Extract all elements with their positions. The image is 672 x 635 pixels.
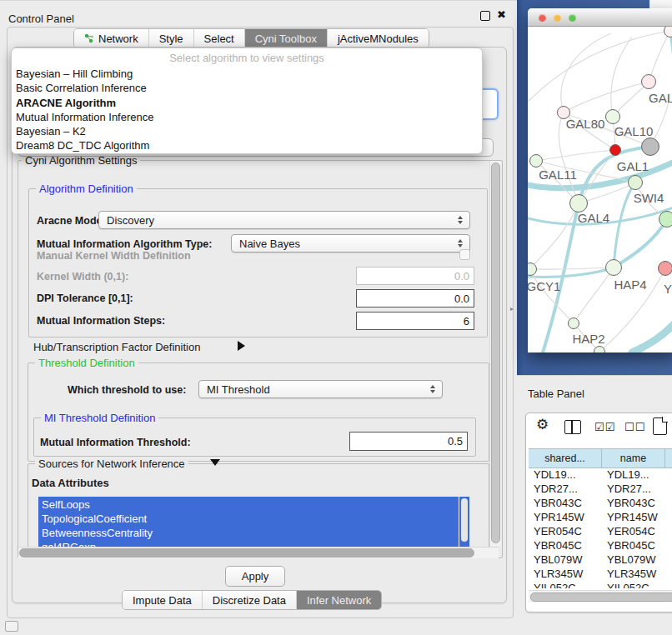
algorithm-list-item[interactable]: Mutual Information Inference	[12, 110, 482, 124]
network-node[interactable]	[641, 138, 659, 156]
kernel-width-field[interactable]: 0.0	[356, 267, 474, 285]
spinner-arrows-icon	[454, 216, 466, 224]
table-row[interactable]: YBR045C YBR045C 9.	[529, 539, 672, 553]
table-row[interactable]: YDR27... YDR27... 12	[529, 482, 672, 497]
apply-button[interactable]: Apply	[225, 566, 285, 587]
mi-threshold-definition-title: MI Threshold Definition	[41, 412, 158, 424]
mi-threshold-label: Mutual Information Threshold:	[40, 437, 191, 448]
network-node[interactable]	[659, 211, 672, 228]
settings-vertical-scrollbar[interactable]	[489, 161, 501, 546]
dpi-tolerance-field[interactable]: 0.0	[356, 289, 474, 308]
close-panel-icon[interactable]: ✖	[497, 8, 506, 21]
tab-cyni-toolbox[interactable]: Cyni Toolbox	[245, 29, 328, 48]
which-threshold-label: Which threshold to use:	[68, 384, 186, 396]
control-panel-tabs: Network Style Select Cyni Toolbox jActiv…	[73, 28, 429, 48]
algorithm-list-item[interactable]: Dream8 DC_TDC Algorithm	[12, 138, 482, 152]
close-traffic-light-icon[interactable]	[539, 14, 546, 22]
network-node[interactable]	[609, 144, 621, 156]
which-threshold-combo[interactable]: MI Threshold	[198, 380, 443, 398]
mi-steps-field[interactable]: 6	[356, 312, 474, 330]
minimize-traffic-light-icon[interactable]	[554, 14, 561, 22]
expand-arrow-icon[interactable]	[238, 341, 245, 351]
data-attributes-list: SelfLoopsTopologicalCoefficientBetweenne…	[38, 497, 459, 547]
bottom-tabs: Impute Data Discretize Data Infer Networ…	[122, 590, 382, 610]
mi-type-value: Naive Bayes	[239, 238, 454, 250]
column-header-shared-name[interactable]: shared...	[529, 449, 602, 468]
table-panel-title: Table Panel	[528, 388, 584, 400]
which-threshold-value: MI Threshold	[207, 383, 427, 396]
network-node[interactable]	[605, 259, 622, 276]
data-attribute-item[interactable]: BetweennessCentrality	[38, 525, 459, 539]
network-node-label: GAL11	[539, 168, 577, 182]
network-node-label: GAL80	[566, 117, 605, 131]
table-row[interactable]: YPR145W YPR145W 9.	[529, 511, 672, 525]
table-horizontal-scrollbar[interactable]	[529, 590, 672, 602]
data-attribute-item[interactable]: gal4RGexp	[38, 539, 459, 547]
tab-impute-data[interactable]: Impute Data	[123, 591, 203, 609]
network-node-label: GCY1	[528, 279, 560, 293]
data-attribute-item[interactable]: SelfLoops	[38, 497, 459, 511]
network-node-label: GAL4	[578, 211, 609, 225]
minimized-panel-icon[interactable]	[5, 621, 18, 632]
table-row[interactable]: YIL052C YIL052C 0.	[529, 582, 672, 588]
network-canvas[interactable]: GALGAL80GAL10GAL1GAL11SWI4GAL4GCY1HAP4YH…	[528, 27, 672, 352]
dpi-tolerance-label: DPI Tolerance [0,1]:	[37, 292, 133, 304]
network-node[interactable]	[594, 346, 605, 352]
table-row[interactable]: YBR043C YBR043C	[529, 497, 672, 511]
network-node[interactable]	[529, 154, 543, 168]
network-node[interactable]	[658, 261, 672, 276]
tab-select[interactable]: Select	[194, 29, 245, 48]
algorithm-list-item[interactable]: Bayesian – K2	[12, 124, 482, 138]
splitter-handle[interactable]: ▸	[510, 305, 514, 310]
collapse-arrow-icon[interactable]	[210, 459, 220, 466]
network-node[interactable]	[568, 318, 579, 329]
column-header-partial[interactable]: A	[665, 449, 672, 468]
data-attribute-item[interactable]: TopologicalCoefficient	[38, 511, 459, 525]
algorithm-list: Bayesian – Hill ClimbingBasic Correlatio…	[12, 67, 482, 153]
settings-horizontal-scrollbar[interactable]	[18, 547, 499, 558]
kernel-width-label: Kernel Width (0,1):	[37, 271, 128, 282]
tab-style[interactable]: Style	[149, 29, 194, 48]
table-row[interactable]: YER054C YER054C 8.	[529, 525, 672, 539]
table-row[interactable]: YDL19... YDL19... 13	[529, 468, 672, 482]
network-node[interactable]	[605, 109, 620, 124]
tab-infer-network[interactable]: Infer Network	[297, 591, 381, 609]
network-node-label: HAP2	[572, 332, 604, 346]
mi-type-combo[interactable]: Naive Bayes	[231, 234, 470, 252]
network-node-label: GAL1	[617, 159, 649, 173]
import-table-icon[interactable]	[653, 418, 667, 435]
network-window-titlebar[interactable]	[528, 8, 672, 27]
node-table: shared... name A YDL19... YDL19... 13 YD…	[529, 448, 672, 588]
clear-all-checkboxes-icon[interactable]: ☐☐	[624, 421, 645, 433]
table-row[interactable]: YBL079W YBL079W	[529, 553, 672, 568]
threshold-definition-title: Threshold Definition	[35, 357, 138, 369]
algorithm-list-item[interactable]: Bayesian – Hill Climbing	[12, 67, 482, 81]
columns-icon[interactable]	[564, 420, 581, 434]
column-header-name[interactable]: name	[602, 449, 665, 468]
spinner-arrows-icon	[454, 239, 466, 248]
aracne-mode-combo[interactable]: Discovery	[98, 211, 470, 229]
float-panel-icon[interactable]	[480, 11, 490, 21]
algorithm-list-item[interactable]: ARACNE Algorithm	[12, 96, 482, 110]
tab-network[interactable]: Network	[74, 29, 149, 48]
table-header-row: shared... name A	[529, 448, 672, 468]
select-all-checkboxes-icon[interactable]: ☑☑	[594, 421, 615, 433]
manual-kernel-checkbox[interactable]	[459, 249, 470, 260]
tab-discretize-data[interactable]: Discretize Data	[203, 591, 297, 609]
control-panel-title: Control Panel	[8, 12, 74, 25]
spinner-arrows-icon	[427, 385, 439, 393]
table-row[interactable]: YLR345W YLR345W 9.	[529, 568, 672, 582]
zoom-traffic-light-icon[interactable]	[569, 14, 576, 22]
table-panel: ⚙ ☑☑ ☐☐ shared... name A YDL19... YDL19.…	[525, 412, 672, 612]
algorithm-list-item[interactable]: Basic Correlation Inference	[12, 81, 482, 95]
network-node[interactable]	[641, 74, 656, 89]
gear-icon[interactable]: ⚙	[536, 416, 549, 433]
network-node-label: Y	[664, 282, 672, 296]
network-node[interactable]	[628, 175, 643, 190]
tab-jactivemnodules[interactable]: jActiveMNodules	[328, 29, 429, 48]
attributes-scrollbar[interactable]	[459, 497, 469, 547]
manual-kernel-label: Manual Kernel Width Definition	[37, 250, 191, 262]
mi-steps-label: Mutual Information Steps:	[37, 315, 165, 327]
tab-network-label: Network	[98, 32, 138, 45]
mi-threshold-field[interactable]: 0.5	[349, 432, 468, 451]
